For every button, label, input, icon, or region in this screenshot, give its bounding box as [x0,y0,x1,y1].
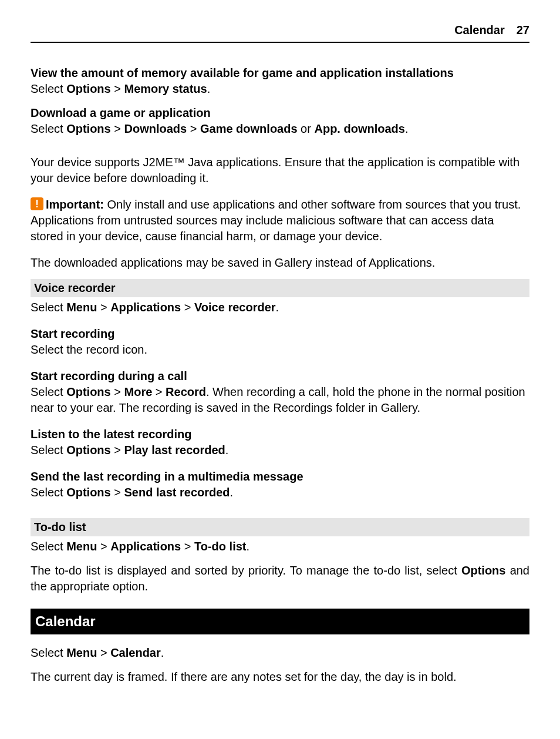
t: > [111,385,124,398]
heading: Send the last recording in a multimedia … [31,469,529,485]
t: Select [31,444,66,456]
todo-desc: The to-do list is displayed and sorted b… [31,563,529,594]
heading: Download a game or application [31,105,529,121]
menu-path: Options [66,82,111,95]
t: . [276,301,279,314]
body-text: Select Options > Send last recorded. [31,485,529,500]
section-view-memory: View the amount of memory available for … [31,65,529,97]
t: Select [31,82,66,95]
t: > [97,301,110,314]
body-text: Select the record icon. [31,342,529,358]
page-header: Calendar 27 [31,22,529,43]
section-heading-calendar: Calendar [31,609,529,634]
j2me-note: Your device supports J2ME™ Java applicat… [31,154,529,186]
t: Select [31,385,66,398]
menu-path: Options [66,486,111,499]
section-heading-voice-recorder: Voice recorder [31,279,529,297]
body-text: Select Options > Play last recorded. [31,442,529,458]
heading: Start recording during a call [31,368,529,384]
t: Select [31,301,66,314]
warning-icon [31,197,43,210]
section-start-recording-call: Start recording during a call Select Opt… [31,368,529,416]
important-text: Only install and use applications and ot… [31,198,521,243]
header-page-number: 27 [517,22,529,38]
body-text: Select Options > Memory status. [31,81,529,97]
important-note: Important: Only install and use applicat… [31,197,529,244]
body-text: Select Options > More > Record. When rec… [31,384,529,416]
manual-page: Calendar 27 View the amount of memory av… [0,0,560,739]
t: . [405,122,409,135]
menu-path: More [124,385,153,398]
heading: View the amount of memory available for … [31,65,529,81]
t: > [111,486,124,499]
t: Select [31,486,66,499]
todo-path: Select Menu > Applications > To-do list. [31,539,529,555]
calendar-path: Select Menu > Calendar. [31,645,529,661]
voice-recorder-path: Select Menu > Applications > Voice recor… [31,300,529,315]
header-title: Calendar [454,22,505,38]
menu-path: Record [166,385,206,398]
t: > [111,82,124,95]
t: > [187,122,200,135]
menu-path: Voice recorder [194,301,276,314]
saved-note: The downloaded applications may be saved… [31,255,529,271]
menu-path: Options [66,122,111,135]
menu-path: Downloads [124,122,187,135]
section-heading-todo-list: To-do list [31,518,529,536]
t: . [225,444,229,456]
menu-path: Options [66,385,111,398]
menu-path: Game downloads [200,122,298,135]
t: Select [31,122,66,135]
t: Select [31,540,66,553]
t: > [152,385,166,398]
t: . [161,646,164,659]
t: Select [31,646,66,659]
menu-path: Options [461,564,506,577]
menu-path: Menu [66,540,97,553]
t: or [298,122,315,135]
menu-path: Send last recorded [124,486,230,499]
menu-path: Calendar [110,646,161,659]
section-download: Download a game or application Select Op… [31,105,529,137]
t: > [111,444,124,456]
menu-path: Play last recorded [124,444,225,456]
section-listen: Listen to the latest recording Select Op… [31,426,529,458]
heading: Listen to the latest recording [31,426,529,442]
menu-path: Options [66,444,111,456]
section-send-last: Send the last recording in a multimedia … [31,469,529,500]
important-label: Important: [46,198,104,211]
t: . [230,486,234,499]
t: > [97,540,110,553]
heading: Start recording [31,326,529,342]
menu-path: Memory status [124,82,207,95]
menu-path: To-do list [194,540,247,553]
section-start-recording: Start recording Select the record icon. [31,326,529,358]
t: The to-do list is displayed and sorted b… [31,564,461,577]
t: > [97,646,110,659]
body-text: Select Options > Downloads > Game downlo… [31,121,529,137]
menu-path: Menu [66,646,97,659]
t: . [246,540,249,553]
menu-path: Applications [110,540,181,553]
calendar-desc: The current day is framed. If there are … [31,669,529,685]
t: > [111,122,124,135]
t: > [181,301,194,314]
t: . [207,82,211,95]
menu-path: App. downloads [314,122,404,135]
menu-path: Applications [110,301,181,314]
t: > [181,540,194,553]
menu-path: Menu [66,301,97,314]
